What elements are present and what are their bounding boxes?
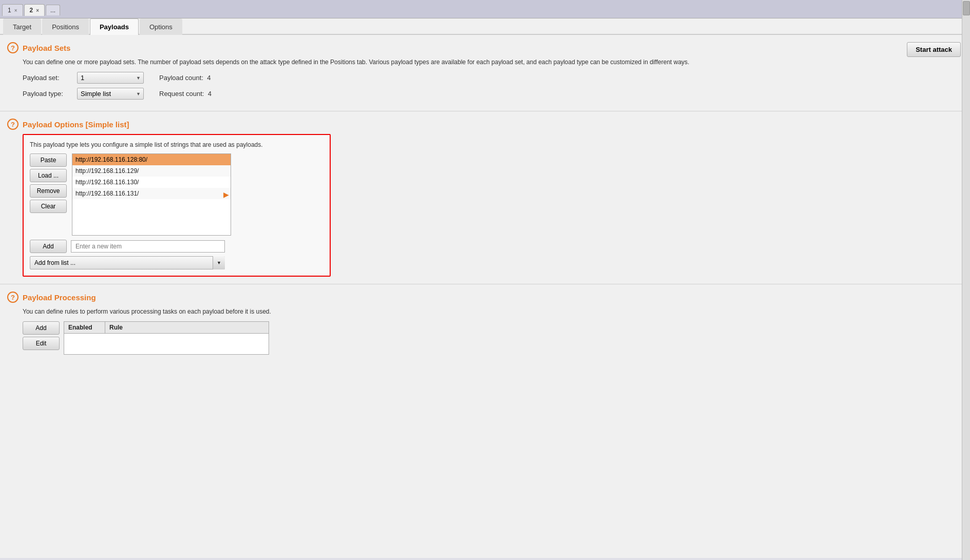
payload-list[interactable]: http://192.168.116.128:80/ http://192.16…: [72, 153, 231, 236]
payload-processing-desc: You can define rules to perform various …: [23, 307, 961, 316]
add-from-list-row: Add from list ... ▼: [30, 256, 324, 269]
payload-sets-header: ? Payload Sets: [7, 42, 961, 53]
payload-processing-title: Payload Processing: [23, 293, 96, 302]
payload-sets-title: Payload Sets: [23, 44, 70, 52]
paste-button[interactable]: Paste: [30, 153, 67, 167]
processing-table-body: [64, 334, 269, 354]
tab-top-2-close[interactable]: ×: [36, 8, 39, 13]
payload-sets-section: Start attack ? Payload Sets You can defi…: [0, 35, 970, 111]
payload-type-select-wrapper: Simple list: [77, 88, 144, 100]
tab-top-2[interactable]: 2 ×: [24, 4, 45, 16]
payload-options-header: ? Payload Options [Simple list]: [7, 119, 961, 130]
payload-options-section: ? Payload Options [Simple list] This pay…: [0, 111, 970, 284]
payload-type-select[interactable]: Simple list: [77, 88, 144, 100]
payload-set-label: Payload set:: [23, 74, 74, 82]
list-item[interactable]: http://192.168.116.129/: [72, 165, 231, 177]
payload-options-title: Payload Options [Simple list]: [23, 120, 129, 129]
tab-payloads[interactable]: Payloads: [90, 18, 139, 35]
processing-add-button[interactable]: Add: [23, 321, 60, 335]
processing-col-enabled: Enabled: [64, 322, 105, 333]
payload-options-desc: This payload type lets you configure a s…: [30, 141, 324, 148]
processing-col-rule: Rule: [105, 322, 269, 333]
add-from-list-wrapper: Add from list ... ▼: [30, 256, 225, 269]
payload-options-help-icon[interactable]: ?: [7, 119, 18, 130]
list-item[interactable]: http://192.168.116.131/: [72, 188, 231, 199]
list-item[interactable]: http://192.168.116.130/: [72, 177, 231, 188]
processing-edit-button[interactable]: Edit: [23, 337, 60, 350]
payload-type-label: Payload type:: [23, 90, 74, 98]
tab-positions[interactable]: Positions: [42, 18, 89, 35]
processing-content: Add Edit Enabled Rule: [23, 321, 961, 355]
processing-table: Enabled Rule: [64, 321, 269, 355]
list-buttons: Paste Load ... Remove Clear: [30, 153, 67, 213]
payload-set-select-wrapper: 1: [77, 72, 144, 84]
list-area: Paste Load ... Remove Clear: [30, 153, 324, 236]
load-button[interactable]: Load ...: [30, 169, 67, 182]
add-from-list-arrow-icon[interactable]: ▼: [213, 256, 225, 269]
tab-top-more[interactable]: ...: [46, 5, 60, 15]
payload-sets-help-icon[interactable]: ?: [7, 42, 18, 53]
start-attack-button[interactable]: Start attack: [907, 42, 961, 57]
payload-processing-section: ? Payload Processing You can define rule…: [0, 284, 970, 362]
tab-top-2-label: 2: [30, 7, 33, 14]
processing-table-header: Enabled Rule: [64, 322, 269, 334]
add-from-list-select[interactable]: Add from list ...: [30, 256, 225, 269]
payload-processing-header: ? Payload Processing: [7, 292, 961, 303]
payload-set-row: Payload set: 1 Payload count: 4: [23, 72, 961, 84]
payload-list-container: http://192.168.116.128:80/ http://192.16…: [72, 153, 231, 236]
add-item-input[interactable]: [71, 240, 225, 253]
request-count-label: Request count: 4: [159, 90, 212, 98]
page-scrollbar[interactable]: [962, 0, 970, 560]
tab-options[interactable]: Options: [140, 18, 182, 35]
tab-target[interactable]: Target: [3, 18, 41, 35]
list-item[interactable]: http://192.168.116.128:80/: [72, 154, 231, 165]
remove-button[interactable]: Remove: [30, 184, 67, 198]
scrollbar-thumb: [963, 1, 970, 15]
tab-top-1-close[interactable]: ×: [14, 8, 17, 13]
nav-tabs: Target Positions Payloads Options: [0, 18, 970, 35]
payload-options-box: This payload type lets you configure a s…: [23, 134, 331, 277]
payload-processing-help-icon[interactable]: ?: [7, 292, 18, 303]
tab-top-1-label: 1: [8, 7, 11, 14]
tab-top-1[interactable]: 1 ×: [2, 4, 23, 16]
payload-count-label: Payload count: 4: [159, 74, 211, 82]
clear-button[interactable]: Clear: [30, 200, 67, 213]
content-area: Start attack ? Payload Sets You can defi…: [0, 35, 970, 558]
payload-type-row: Payload type: Simple list Request count:…: [23, 88, 961, 100]
add-row: Add: [30, 240, 324, 253]
add-button[interactable]: Add: [30, 240, 67, 253]
payload-set-select[interactable]: 1: [77, 72, 144, 84]
processing-buttons: Add Edit: [23, 321, 60, 350]
tab-bar-top: 1 × 2 × ...: [0, 0, 970, 18]
payload-sets-desc: You can define one or more payload sets.…: [23, 57, 961, 67]
